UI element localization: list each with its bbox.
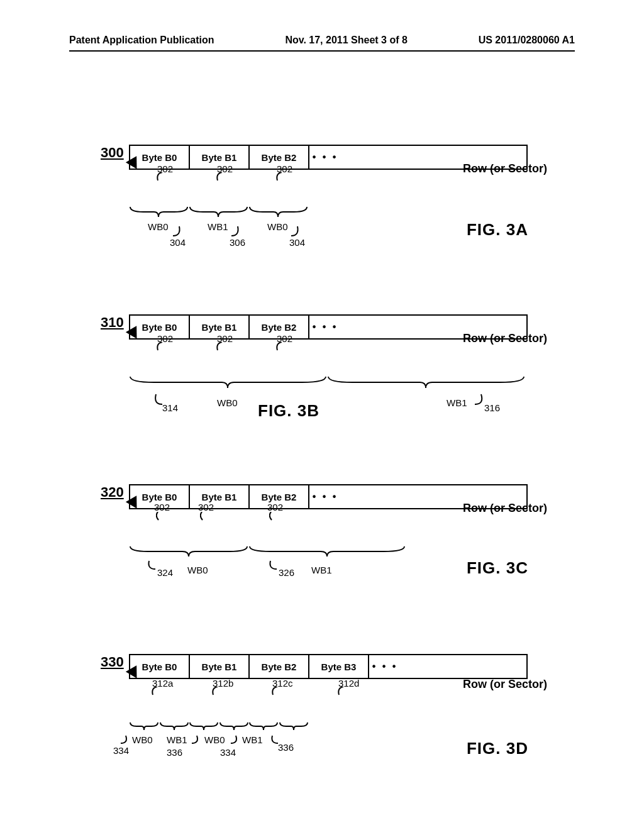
hook-icon: [267, 560, 279, 571]
hook-icon: [269, 512, 275, 521]
byte-cell: Byte B0: [130, 146, 190, 169]
hook-icon: [275, 342, 284, 351]
brace-icon: [129, 721, 159, 731]
hook-icon: [231, 224, 244, 237]
brace-label: WB0: [204, 734, 225, 745]
header-right: US 2011/0280060 A1: [479, 35, 575, 46]
brace-ref: 336: [278, 742, 294, 753]
hook-icon: [191, 734, 201, 744]
row-label: Row (or Sector): [463, 678, 547, 691]
figure-tag-300: 300: [101, 145, 124, 161]
brace-icon: [219, 721, 249, 731]
byte-cell: Byte B1: [190, 316, 250, 338]
brace-ref: 314: [162, 402, 178, 413]
hook-icon: [230, 734, 240, 744]
figure-title: FIG. 3C: [467, 558, 528, 578]
brace-icon: [248, 721, 279, 731]
byte-cell: Byte B1: [190, 655, 250, 678]
header-center: Nov. 17, 2011 Sheet 3 of 8: [285, 35, 407, 46]
hook-icon: [146, 560, 157, 571]
figure-title: FIG. 3B: [258, 401, 319, 421]
brace-ref: 334: [220, 747, 236, 758]
byte-cell: Byte B2: [250, 146, 309, 169]
brace-label: WB1: [167, 734, 187, 745]
brace-label: WB1: [208, 221, 228, 232]
figure-tag-310: 310: [101, 314, 124, 331]
hook-icon: [173, 224, 186, 237]
hook-icon: [275, 172, 284, 181]
byte-row: Byte B0 Byte B1 Byte B2 Byte B3 • • •: [129, 654, 528, 679]
header-left: Patent Application Publication: [69, 35, 214, 46]
page-header: Patent Application Publication Nov. 17, …: [69, 35, 575, 46]
brace-icon: [189, 721, 219, 731]
brace-ref: 304: [289, 237, 305, 248]
byte-row: Byte B0 Byte B1 Byte B2 • • •: [129, 145, 528, 170]
byte-cell: Byte B1: [190, 146, 250, 169]
hook-icon: [216, 172, 225, 181]
figure-3d: 330 312a 312b 312c 312d Row (or Sector) …: [94, 654, 547, 792]
byte-cell: Byte B0: [130, 655, 190, 678]
brace-label: WB0: [132, 734, 153, 745]
byte-row: Byte B0 Byte B1 Byte B2 • • •: [129, 484, 528, 509]
brace-ref: 334: [113, 745, 129, 756]
hook-icon: [200, 512, 206, 521]
brace-icon: [129, 375, 327, 389]
hook-icon: [291, 224, 304, 237]
brace-label: WB0: [187, 565, 208, 575]
figure-tag-320: 320: [101, 484, 124, 501]
page: Patent Application Publication Nov. 17, …: [0, 0, 644, 830]
brace-label: WB1: [242, 734, 263, 745]
figure-3b: 310 302 302 302 Row (or Sector) Byte B0 …: [94, 314, 547, 440]
ellipsis: • • •: [369, 655, 401, 678]
brace-icon: [327, 375, 525, 389]
header-rule: [69, 50, 575, 52]
figure-3a: 300 302 302 302 Row (or Sector) Byte B0 …: [94, 145, 547, 270]
hook-icon: [216, 342, 225, 351]
byte-cell: Byte B0: [130, 485, 190, 508]
brace-label: WB0: [267, 221, 288, 232]
brace-ref: 336: [167, 747, 182, 758]
diagrams: 300 302 302 302 Row (or Sector) Byte B0 …: [94, 110, 547, 830]
hook-icon: [119, 734, 130, 744]
brace-icon: [129, 545, 248, 558]
ellipsis: • • •: [309, 485, 341, 508]
figure-3c: 320 302 302 302 Row (or Sector) Byte B0 …: [94, 484, 547, 610]
brace-label: WB1: [311, 565, 332, 575]
brace-icon: [159, 721, 189, 731]
brace-ref: 304: [170, 237, 186, 248]
figure-tag-330: 330: [101, 654, 124, 670]
byte-cell: Byte B3: [309, 655, 369, 678]
hook-icon: [337, 687, 346, 695]
hook-icon: [211, 687, 220, 695]
hook-icon: [151, 393, 164, 406]
hook-icon: [151, 687, 160, 695]
hook-icon: [156, 342, 165, 351]
brace-icon: [279, 721, 309, 731]
byte-row: Byte B0 Byte B1 Byte B2 • • •: [129, 314, 528, 340]
ellipsis: • • •: [309, 146, 341, 169]
byte-cell: Byte B2: [250, 316, 309, 338]
byte-cell: Byte B1: [190, 485, 250, 508]
brace-ref: 316: [484, 402, 500, 413]
ellipsis: • • •: [309, 316, 341, 338]
brace-ref: 324: [157, 567, 173, 578]
brace-icon: [248, 206, 308, 218]
brace-label: WB1: [447, 397, 467, 408]
brace-icon: [248, 545, 406, 558]
brace-ref: 306: [230, 237, 245, 248]
brace-icon: [129, 206, 189, 218]
hook-icon: [156, 172, 165, 181]
brace-icon: [189, 206, 248, 218]
byte-cell: Byte B2: [250, 485, 309, 508]
brace-ref: 326: [279, 567, 294, 578]
byte-cell: Byte B2: [250, 655, 309, 678]
figure-title: FIG. 3D: [467, 739, 528, 758]
brace-label: WB0: [148, 221, 169, 232]
brace-label: WB0: [217, 397, 238, 408]
hook-icon: [156, 512, 162, 521]
hook-icon: [271, 687, 280, 695]
byte-cell: Byte B0: [130, 316, 190, 338]
figure-title: FIG. 3A: [467, 220, 528, 240]
